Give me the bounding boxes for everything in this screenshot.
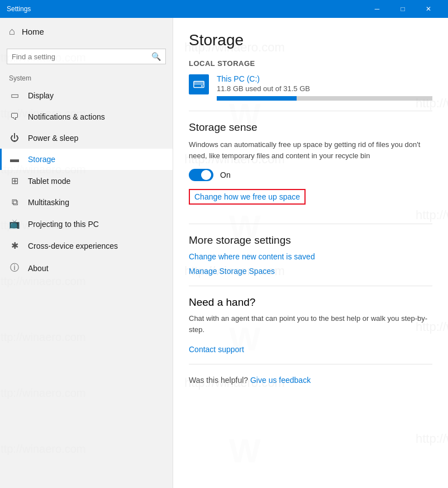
storage-sense-title: Storage sense: [189, 121, 432, 134]
search-box: 🔍: [7, 49, 166, 64]
main-content: Storage Local storage This PC (C:) 11.8 …: [173, 18, 448, 488]
divider-2: [189, 224, 432, 224]
sidebar-item-display[interactable]: ▭ Display: [0, 84, 173, 106]
titlebar: Settings ─ □ ✕: [0, 0, 448, 18]
sidebar-item-label: Display: [28, 91, 54, 100]
divider-1: [189, 111, 432, 111]
sidebar-item-projecting[interactable]: 📺 Projecting to this PC: [0, 213, 173, 235]
storage-info: This PC (C:) 11.8 GB used out of 31.5 GB: [217, 74, 432, 101]
local-storage-heading: Local storage: [189, 59, 432, 68]
sidebar-item-multitasking[interactable]: ⧉ Multitasking: [0, 192, 173, 213]
storage-progress-bg: [217, 96, 432, 101]
notifications-icon: 🗨: [9, 112, 20, 122]
cross-device-icon: ✱: [9, 240, 20, 251]
sidebar-item-label: Power & sleep: [28, 134, 78, 143]
feedback-row: Was this helpful? Give us feedback: [189, 376, 432, 385]
toggle-label: On: [220, 170, 231, 179]
divider-3: [189, 286, 432, 286]
give-feedback-link[interactable]: Give us feedback: [250, 376, 311, 385]
search-icon: 🔍: [151, 52, 161, 61]
sidebar-item-label: Projecting to this PC: [28, 220, 99, 229]
storage-icon: ▬: [9, 154, 20, 164]
display-icon: ▭: [9, 90, 20, 101]
sidebar-item-label: Multitasking: [28, 198, 69, 207]
toggle-knob: [201, 170, 211, 180]
power-icon: ⏻: [9, 133, 20, 143]
change-space-link[interactable]: Change how we free up space: [194, 192, 300, 201]
storage-sense-description: Windows can automatically free up space …: [189, 139, 432, 161]
home-button[interactable]: ⌂ Home: [0, 18, 173, 45]
about-icon: ⓘ: [9, 262, 20, 274]
need-hand-title: Need a hand?: [189, 296, 432, 309]
home-label: Home: [22, 27, 44, 36]
page-title: Storage: [189, 31, 432, 49]
sidebar-item-tablet[interactable]: ⊞ Tablet mode: [0, 170, 173, 192]
sidebar-item-label: Cross-device experiences: [28, 241, 118, 250]
svg-point-2: [201, 85, 203, 87]
change-content-location-link[interactable]: Change where new content is saved: [189, 252, 432, 261]
sidebar-item-about[interactable]: ⓘ About: [0, 257, 173, 279]
sidebar-item-notifications[interactable]: 🗨 Notifications & actions: [0, 106, 173, 127]
svg-rect-1: [194, 82, 204, 85]
maximize-button[interactable]: □: [390, 0, 416, 18]
sidebar-item-label: Storage: [28, 155, 55, 164]
pc-drive-icon: [189, 74, 209, 94]
home-icon: ⌂: [9, 26, 15, 37]
storage-item: This PC (C:) 11.8 GB used out of 31.5 GB: [189, 74, 432, 101]
need-hand-description: Chat with an agent that can point you to…: [189, 313, 432, 335]
app-title: Settings: [7, 5, 364, 13]
more-storage-title: More storage settings: [189, 234, 432, 247]
manage-storage-spaces-link[interactable]: Manage Storage Spaces: [189, 267, 432, 276]
sidebar-item-cross-device[interactable]: ✱ Cross-device experiences: [0, 235, 173, 257]
minimize-button[interactable]: ─: [364, 0, 390, 18]
feedback-text: Was this helpful?: [189, 376, 248, 385]
sidebar: ⌂ Home 🔍 System ▭ Display 🗨 Notification…: [0, 18, 173, 488]
tablet-icon: ⊞: [9, 176, 20, 186]
sidebar-item-label: Tablet mode: [28, 177, 70, 186]
sidebar-item-power[interactable]: ⏻ Power & sleep: [0, 127, 173, 149]
multitasking-icon: ⧉: [9, 197, 20, 207]
projecting-icon: 📺: [9, 219, 20, 229]
sidebar-item-label: About: [28, 264, 49, 273]
storage-progress-fill: [217, 96, 297, 101]
close-button[interactable]: ✕: [416, 0, 441, 18]
contact-support-link[interactable]: Contact support: [189, 345, 244, 354]
search-input[interactable]: [12, 53, 151, 61]
sidebar-item-storage[interactable]: ▬ Storage: [0, 149, 173, 170]
storage-size: 11.8 GB used out of 31.5 GB: [217, 84, 432, 93]
divider-4: [189, 364, 432, 364]
sidebar-item-label: Notifications & actions: [28, 112, 105, 121]
change-space-link-box: Change how we free up space: [189, 189, 306, 205]
storage-sense-toggle[interactable]: [189, 169, 213, 181]
app-body: ⌂ Home 🔍 System ▭ Display 🗨 Notification…: [0, 18, 448, 488]
system-section-label: System: [0, 70, 173, 84]
window-controls: ─ □ ✕: [364, 0, 441, 18]
storage-name[interactable]: This PC (C:): [217, 74, 432, 83]
toggle-row: On: [189, 169, 432, 181]
